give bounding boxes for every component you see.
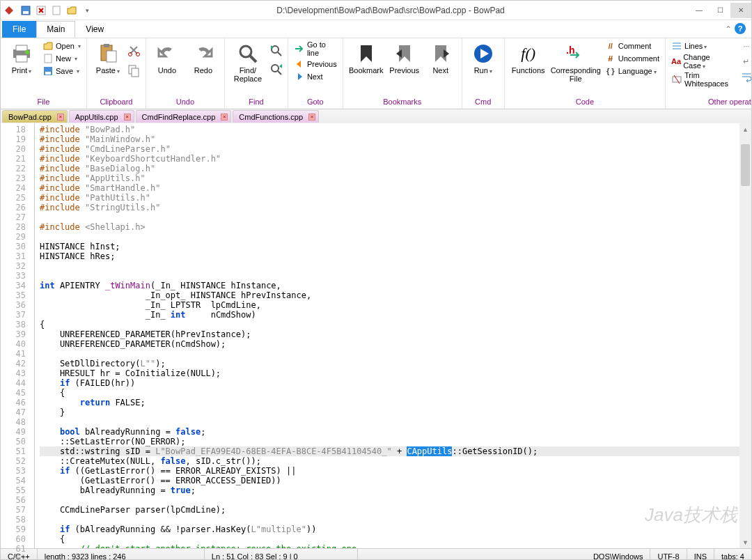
scroll-down-icon[interactable]: ▼ [739,536,751,548]
paste-button[interactable]: Paste [91,40,125,75]
doctab[interactable]: CmdFunctions.cpp× [233,110,319,123]
code-editor[interactable]: #include "BowPad.h"#include "MainWindow.… [40,123,739,548]
group-undo-label: Undo [150,98,220,107]
trim-button[interactable]: Trim Whitespaces [670,70,730,88]
language-button[interactable]: { }Language [604,65,661,77]
window-title: D:\Development\BowPad\BowPad\src\BowPad.… [93,6,689,15]
bookmark-prev-icon [393,42,416,65]
save-button[interactable]: Save▾ [41,65,82,77]
qat-close-icon[interactable] [36,5,47,16]
uncomment-icon: // [605,53,616,64]
functions-icon: f() [517,42,540,65]
doctab-close-icon[interactable]: × [308,114,315,120]
doctab-close-icon[interactable]: × [221,114,228,120]
undo-button[interactable]: Undo [150,40,184,75]
svg-line-25 [278,71,281,75]
status-mode[interactable]: INS [687,549,714,560]
doctab-label: CmdFunctions.cpp [239,113,303,121]
bookmark-prev-label: Previous [389,66,419,75]
whitespace-icon: ··· [741,40,752,52]
scroll-up-icon[interactable]: ▲ [739,123,751,135]
goto-next-button[interactable]: Next [292,70,338,83]
language-icon: { } [605,65,616,77]
svg-rect-1 [23,11,29,14]
cut-icon[interactable] [127,44,141,60]
bookmark-button[interactable]: Bookmark [347,40,385,75]
qat-dropdown-icon[interactable]: ▾ [81,5,93,16]
svg-line-23 [278,52,281,56]
new-icon [42,53,54,64]
svg-rect-19 [132,68,139,77]
bookmark-next-button[interactable]: Next [424,40,457,75]
open-button[interactable]: Open▾ [41,40,82,52]
goto-prev-button[interactable]: Previous [292,58,338,70]
find-next-icon[interactable] [269,63,283,77]
svg-point-24 [272,65,279,72]
qat-save-icon[interactable] [20,5,31,16]
run-label: Run [474,66,492,75]
paste-icon [97,42,119,65]
lineendings-button[interactable]: ↵Line Endings [739,52,752,70]
redo-button[interactable]: Redo [187,40,220,75]
qat-new-icon[interactable] [51,5,62,16]
close-button[interactable]: ✕ [730,3,751,18]
print-button[interactable]: Print [5,40,38,75]
gotoline-button[interactable]: Go to line [292,40,338,58]
redo-label: Redo [194,66,212,75]
status-tabs[interactable]: tabs: 4 [714,549,751,560]
fold-margin[interactable] [30,123,40,548]
svg-line-21 [250,56,256,62]
functions-button[interactable]: f() Functions [509,40,548,75]
status-pos: Ln : 51 Col : 83 Sel : 9 | 0 [205,549,358,560]
ribbon-collapse-icon[interactable]: ⌃ [725,24,732,34]
svg-rect-15 [107,51,116,62]
tab-view[interactable]: View [75,21,114,38]
tab-main[interactable]: Main [36,21,75,38]
changecase-icon: Aa [671,56,681,67]
run-button[interactable]: Run [467,40,500,75]
svg-point-17 [136,53,139,56]
minimize-button[interactable]: — [689,3,710,18]
group-other-label: Other operations [670,98,752,107]
doctab-close-icon[interactable]: × [57,114,64,120]
open-icon [42,40,54,52]
copy-icon[interactable] [127,64,141,80]
bookmark-next-icon [430,42,452,65]
group-bookmarks-label: Bookmarks [347,98,457,107]
scroll-thumb[interactable] [741,144,750,186]
help-button[interactable]: ? [735,23,746,34]
find-replace-button[interactable]: Find/ Replace [229,40,267,83]
print-icon [10,42,33,65]
uncomment-button[interactable]: //Uncomment [604,52,661,65]
whitespaces-button[interactable]: ···Whitespaces [739,40,752,52]
changecase-button[interactable]: AaChange Case [670,52,730,70]
corresponding-label: Corresponding File [551,66,601,83]
bookmark-next-label: Next [432,66,448,75]
group-goto-label: Goto [292,98,338,107]
maximize-button[interactable]: ☐ [710,3,730,18]
svg-rect-10 [45,54,52,63]
lines-button[interactable]: Lines [670,40,730,52]
group-clipboard-label: Clipboard [91,98,141,107]
doctab[interactable]: AppUtils.cpp× [69,110,134,123]
find-prev-icon[interactable] [269,44,283,59]
goto-icon [294,43,305,54]
status-eol[interactable]: DOS\Windows [586,549,651,560]
line-gutter: 1819202122232425262728293031323334353637… [1,123,30,548]
comment-button[interactable]: //Comment [604,40,661,52]
wrap-button[interactable]: Wrap Lines [739,70,752,83]
doctab[interactable]: BowPad.cpp× [2,110,68,123]
find-replace-label: Find/ Replace [234,66,262,83]
bookmark-prev-button[interactable]: Previous [388,40,421,75]
status-enc[interactable]: UTF-8 [650,549,687,560]
qat-open-icon[interactable] [66,5,77,16]
doctab-close-icon[interactable]: × [124,114,131,120]
corresponding-button[interactable]: .h Corresponding File [551,40,601,83]
doctab[interactable]: CmdFindReplace.cpp× [136,110,232,123]
wrap-icon [741,71,752,82]
new-button[interactable]: New▾ [41,52,82,65]
svg-rect-12 [45,72,51,75]
tab-file[interactable]: File [2,21,36,38]
vertical-scrollbar[interactable]: ▲ ▼ [739,123,751,548]
group-find-label: Find [229,98,283,107]
